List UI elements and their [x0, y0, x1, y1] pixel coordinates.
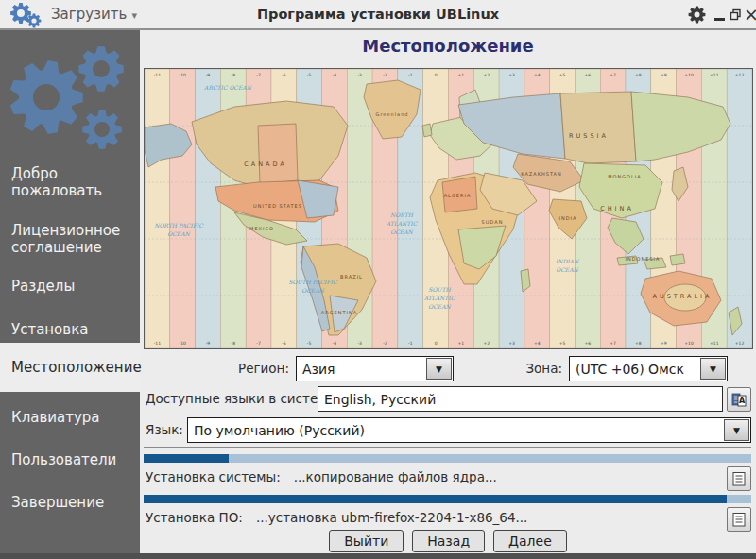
translate-icon: A — [730, 391, 747, 408]
svg-text:+1: +1 — [458, 73, 465, 77]
svg-text:INDONESIA: INDONESIA — [626, 256, 661, 262]
svg-text:-4: -4 — [333, 341, 337, 346]
svg-text:KAZAKHSTAN: KAZAKHSTAN — [521, 171, 562, 177]
footer-buttons: Выйти Назад Далее — [140, 530, 756, 552]
settings-gear-icon[interactable] — [688, 6, 706, 24]
svg-text:+11: +11 — [710, 341, 719, 346]
svg-text:+11: +11 — [710, 73, 719, 77]
software-progress-status: Установка ПО:...установка ubm-firefox-22… — [146, 510, 527, 525]
svg-text:OCEAN: OCEAN — [428, 303, 452, 310]
svg-text:-7: -7 — [256, 73, 261, 77]
chevron-down-icon: ▾ — [131, 9, 137, 22]
available-languages-input[interactable] — [318, 386, 723, 412]
load-button[interactable]: Загрузить▾ — [51, 6, 137, 23]
svg-text:RUSSIA: RUSSIA — [569, 132, 609, 140]
sidebar-item-welcome[interactable]: Добро пожаловать — [0, 165, 140, 200]
svg-text:ATLANTIC: ATLANTIC — [386, 220, 419, 227]
svg-text:+10: +10 — [684, 73, 694, 77]
sidebar-item-partitions[interactable]: Разделы — [0, 278, 140, 295]
svg-text:NORTH PACIFIC: NORTH PACIFIC — [154, 222, 204, 229]
back-button[interactable]: Назад — [412, 530, 485, 552]
exit-button[interactable]: Выйти — [329, 530, 404, 552]
timezone-map[interactable]: -11-11-10-10-9-9-8-8-7-7-6-6-5-5-4-4-3-3… — [144, 68, 753, 349]
svg-text:-6: -6 — [282, 73, 286, 77]
available-languages-label: Доступные языки в системе: — [146, 391, 339, 406]
svg-text:ATLANTIC: ATLANTIC — [423, 295, 456, 301]
system-progress-status: Установка системы:...копирование файлов … — [146, 469, 497, 484]
svg-text:-10: -10 — [180, 73, 186, 77]
svg-text:+8: +8 — [635, 341, 642, 346]
svg-text:OCEAN: OCEAN — [167, 230, 191, 237]
system-log-button[interactable] — [727, 466, 751, 491]
svg-text:+12: +12 — [735, 341, 745, 346]
system-progress-text: ...копирование файлов ядра... — [294, 469, 497, 484]
software-progress-label: Установка ПО: — [146, 510, 243, 525]
language-dropdown-arrow-icon[interactable]: ▼ — [724, 419, 749, 441]
svg-text:-4: -4 — [333, 73, 337, 77]
svg-text:-3: -3 — [357, 73, 362, 77]
language-select-value: По умолчанию (Русский) — [188, 423, 723, 438]
software-progress-bar — [144, 495, 751, 503]
svg-text:INDIAN: INDIAN — [556, 258, 580, 264]
svg-text:ARCTIC OCEAN: ARCTIC OCEAN — [203, 84, 253, 91]
svg-text:-8: -8 — [232, 341, 236, 346]
svg-text:-2: -2 — [383, 73, 387, 77]
sidebar: Добро пожаловать Лицензионное соглашение… — [0, 30, 140, 553]
svg-text:-11: -11 — [154, 341, 161, 346]
svg-text:OCEAN: OCEAN — [301, 287, 325, 294]
ublinux-gears-logo-icon — [8, 1, 47, 29]
svg-text:+6: +6 — [585, 73, 592, 77]
svg-text:-11: -11 — [154, 73, 161, 77]
load-button-label: Загрузить — [51, 6, 127, 23]
sidebar-item-location[interactable]: Местоположение — [0, 343, 140, 392]
next-button[interactable]: Далее — [493, 530, 567, 552]
svg-text:-5: -5 — [307, 73, 312, 77]
svg-text:NORTH: NORTH — [390, 212, 414, 218]
titlebar: Загрузить▾ Программа установки UBLinux × — [0, 0, 756, 30]
edit-languages-button[interactable]: A — [727, 387, 751, 412]
svg-text:MEXICO: MEXICO — [249, 226, 274, 231]
svg-text:OCEAN: OCEAN — [556, 266, 579, 273]
language-select[interactable]: По умолчанию (Русский) ▼ — [187, 417, 751, 443]
svg-text:+4: +4 — [534, 341, 541, 346]
svg-text:0: 0 — [435, 341, 438, 346]
svg-text:MONGOLIA: MONGOLIA — [608, 174, 641, 179]
svg-text:+5: +5 — [559, 341, 566, 346]
svg-text:+10: +10 — [684, 341, 694, 346]
svg-text:-9: -9 — [206, 73, 211, 77]
region-dropdown-arrow-icon[interactable]: ▼ — [426, 358, 452, 380]
page-title: Местоположение — [140, 36, 756, 56]
zone-select[interactable]: (UTC +06) Омск ▼ — [569, 356, 728, 381]
svg-text:CHINA: CHINA — [600, 205, 634, 212]
svg-text:BRAZIL: BRAZIL — [340, 274, 363, 280]
svg-text:+1: +1 — [458, 341, 465, 346]
region-select[interactable]: Азия ▼ — [296, 356, 454, 381]
close-button[interactable]: × — [744, 2, 756, 26]
svg-text:+5: +5 — [559, 73, 566, 77]
sidebar-item-keyboard[interactable]: Клавиатура — [0, 409, 140, 426]
sidebar-item-finish[interactable]: Завершение — [0, 494, 140, 511]
svg-text:SOUTH: SOUTH — [428, 286, 451, 293]
svg-text:ARGENTINA: ARGENTINA — [321, 310, 357, 315]
region-select-value: Азия — [297, 362, 425, 377]
svg-text:+6: +6 — [585, 341, 592, 346]
language-label: Язык: — [146, 422, 183, 437]
svg-text:+8: +8 — [635, 73, 642, 77]
log-icon — [730, 511, 747, 528]
svg-text:+9: +9 — [661, 73, 667, 77]
svg-text:SOUTH PACIFIC: SOUTH PACIFIC — [288, 279, 338, 285]
svg-text:-1: -1 — [408, 341, 413, 346]
sidebar-item-install[interactable]: Установка — [0, 321, 140, 338]
maximize-button[interactable] — [730, 8, 742, 21]
installer-window: Загрузить▾ Программа установки UBLinux ×… — [0, 0, 756, 559]
svg-text:-3: -3 — [357, 341, 362, 346]
sidebar-item-users[interactable]: Пользователи — [0, 451, 140, 468]
sidebar-item-license[interactable]: Лицензионное соглашение — [0, 222, 140, 257]
svg-text:-2: -2 — [383, 341, 387, 346]
svg-text:+7: +7 — [610, 73, 616, 77]
zone-label: Зона: — [491, 361, 562, 376]
svg-text:ALGERIA: ALGERIA — [444, 193, 472, 198]
zone-dropdown-arrow-icon[interactable]: ▼ — [700, 358, 726, 380]
software-log-button[interactable] — [727, 507, 751, 532]
minimize-button[interactable] — [714, 18, 725, 21]
